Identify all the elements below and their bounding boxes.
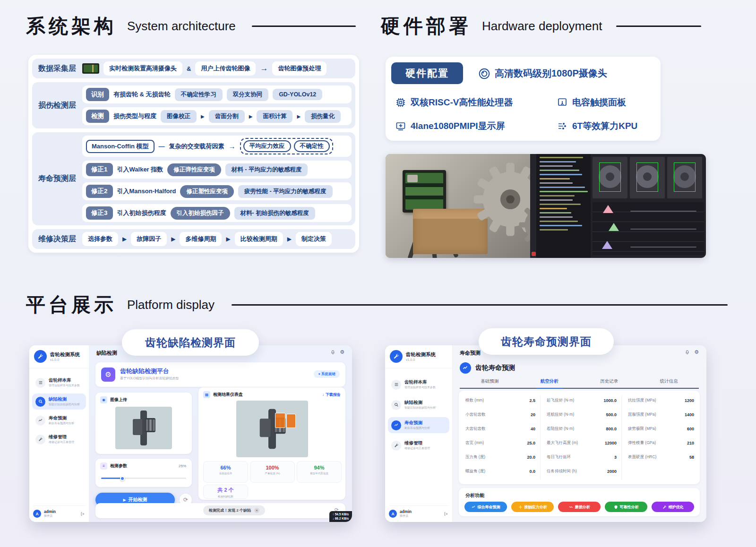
flow-chip: 双分支协同 xyxy=(227,88,269,101)
flow-chip: GD-YOLOv12 xyxy=(273,89,322,100)
flow-node: 实时检测装置高清摄像头 xyxy=(103,61,182,76)
dev-board xyxy=(403,170,446,213)
layer-label: 损伤检测层 xyxy=(32,101,82,111)
header-title: 齿轮寿命预测 xyxy=(475,364,515,372)
param-row: 模数 (mm)2.5 xyxy=(465,393,535,408)
section-header: 齿轮寿命预测 xyxy=(460,362,515,374)
defect-bbox xyxy=(275,413,285,428)
flow-chip: 材料- 初始损伤的敏感程度 xyxy=(234,207,315,220)
logout-icon[interactable] xyxy=(444,512,448,516)
hardware-section-header: 硬件部署 Hardware deployment xyxy=(381,13,701,39)
hw-item-label: 4lane1080PMIPI显示屏 xyxy=(411,120,505,132)
hw-item-label: 6T等效算力KPU xyxy=(572,120,637,132)
model-subrow: Manson-Coffin 模型 — 复杂的交变载荷因素 → 平均应力效应 不确… xyxy=(82,136,352,157)
maintenance-optimize-button[interactable]: 维护优化 xyxy=(652,502,694,512)
logout-icon[interactable] xyxy=(80,512,85,516)
step-arrow-icon: ▶ xyxy=(171,236,175,242)
param-row: 齿宽 (mm)25.0 xyxy=(465,436,535,450)
tab-aviation-analysis[interactable]: 航空分析 xyxy=(520,378,580,388)
bell-icon[interactable] xyxy=(685,350,690,355)
params-icon: ≡ xyxy=(100,462,107,470)
gear-detection-thumbnails xyxy=(593,157,702,198)
sidebar-item-maintenance[interactable]: 维修管理维修记录与工单管理 xyxy=(32,431,86,447)
analysis-functions-card: 分析功能 综合寿命预测 接触应力分析 磨损分析 可靠性分析 xyxy=(459,488,700,516)
defect-ui-callout: 齿轮缺陷检测界面 xyxy=(122,329,259,356)
architecture-panel: 数据采集层 实时检测装置高清摄像头 & 用户上传齿轮图像 → 齿轮图像预处理 损… xyxy=(28,55,359,253)
trend-icon xyxy=(391,420,401,430)
arrow-icon: → xyxy=(229,142,236,150)
brand-name: 齿轮检测系统 xyxy=(406,351,436,358)
flow-chip: 图像校正 xyxy=(161,110,197,123)
step-arrow-icon: ▶ xyxy=(249,114,253,119)
sidebar-item-life-prediction[interactable]: 寿命预测剩余寿命预测与分析 xyxy=(32,412,86,428)
poster-canvas: 系统架构 System architecture 硬件部署 Hardware d… xyxy=(0,0,756,547)
settings-gear-icon[interactable]: ⚙ xyxy=(694,349,699,355)
tab-basic-prediction[interactable]: 基础预测 xyxy=(460,378,520,388)
material-params-column: 抗拉强度 (MPa)1200 屈服强度 (MPa)1400 疲劳极限 (MPa)… xyxy=(628,393,694,464)
sidebar-item-sample-library[interactable]: 齿轮样本库管理齿轮样本与技术参数 xyxy=(32,375,86,391)
flow-pill: 引入初始损伤因子 xyxy=(171,207,230,220)
flow-chip: 面积计算 xyxy=(257,110,292,123)
download-report-link[interactable]: ↓ 下载报告 xyxy=(322,392,341,397)
close-icon[interactable]: × xyxy=(254,508,259,513)
fix2-subrow: 修正2 引入Manson-Halford 修正塑性应变项 疲劳性能 - 平均应力… xyxy=(82,182,352,200)
param-row: 任务持续时间 (h)2000 xyxy=(547,464,617,479)
sidebar-item-defect-detection[interactable]: 缺陷检测智能识别齿轮缺陷与分析 xyxy=(32,393,86,410)
hardware-config-button[interactable]: 硬件配置 xyxy=(391,62,463,84)
sidebar-item-life-prediction[interactable]: 寿命预测剩余寿命预测与分析 xyxy=(388,417,449,433)
step-arrow-icon: ▶ xyxy=(297,114,301,119)
trend-icon xyxy=(35,416,45,426)
sidebar-item-defect-detection[interactable]: 缺陷检测智能识别齿轮缺陷与分析 xyxy=(388,397,449,413)
sidebar-item-sample-library[interactable]: 齿轮样本库管理齿轮样本与技术参数 xyxy=(388,376,449,393)
dashed-group: 平均应力效应 不确定性 xyxy=(240,138,333,154)
bell-icon[interactable] xyxy=(330,350,335,355)
editor-icon-strip xyxy=(530,154,536,258)
ampersand: & xyxy=(187,65,191,72)
step-arrow-icon: ▶ xyxy=(201,114,205,119)
param-row: 每日飞行循环3 xyxy=(547,450,617,464)
detection-result-image xyxy=(236,401,308,457)
slider-knob[interactable] xyxy=(120,476,125,481)
layer-label: 维修决策层 xyxy=(32,234,82,244)
param-row: 小齿轮齿数20 xyxy=(465,408,535,422)
page-title: 缺陷检测 xyxy=(96,350,117,357)
purple-triangle-marker xyxy=(602,241,612,249)
photo-analysis-screen xyxy=(591,154,706,258)
banner-gear-icon: ⚙ xyxy=(101,368,115,382)
tab-statistics[interactable]: 统计信息 xyxy=(639,378,699,388)
defect-bbox xyxy=(286,414,296,428)
life-prediction-layer-row: 寿命预测层 Manson-Coffin 模型 — 复杂的交变载荷因素 → 平均应… xyxy=(32,132,355,225)
editor-close-icon xyxy=(532,252,536,256)
parameter-table-card: 模数 (mm)2.5 小齿轮齿数20 大齿轮齿数40 齿宽 (mm)25.0 压… xyxy=(459,391,700,484)
settings-gear-icon[interactable]: ⚙ xyxy=(340,349,344,355)
param-row: 巡航扭矩 (N·m)500.0 xyxy=(547,408,617,422)
confidence-slider[interactable] xyxy=(101,478,186,479)
wrench-icon xyxy=(391,441,401,451)
step-arrow-icon: ▶ xyxy=(226,236,230,242)
layer-label: 数据采集层 xyxy=(32,64,82,74)
app-logo: 齿轮检测系统 v1.0.0 xyxy=(390,350,436,363)
step-arrow-icon: ▶ xyxy=(122,236,127,242)
tab-history[interactable]: 历史记录 xyxy=(579,378,639,388)
stat-confidence: 94% 模型平均置信度 xyxy=(297,461,342,483)
hw-item-touch: 电容触摸面板 xyxy=(557,96,626,109)
logo-gear-icon xyxy=(390,350,403,363)
param-row: 屈服强度 (MPa)1400 xyxy=(628,408,694,422)
sidebar: 齿轮检测系统 v1.0.0 齿轮样本库管理齿轮样本与技术参数 缺陷检测智能识别齿… xyxy=(385,345,453,522)
defect-detection-app-window: 齿轮检测系统 v1.0.0 齿轮样本库管理齿轮样本与技术参数 缺陷检测智能识别齿… xyxy=(29,345,352,522)
uploaded-gear-image[interactable] xyxy=(115,407,172,449)
dashboard-icon: ▦ xyxy=(203,391,210,398)
detection-toast: 检测完成！发现 2 个缺陷 × xyxy=(203,505,265,515)
recognition-subrow: 识别 有损齿轮 & 无损齿轮 不确定性学习 双分支协同 GD-YOLOv12 xyxy=(82,85,352,103)
wear-analysis-button[interactable]: 磨损分析 xyxy=(558,502,601,512)
reliability-button[interactable]: 可靠性分析 xyxy=(605,502,647,512)
contact-stress-button[interactable]: 接触应力分析 xyxy=(511,502,554,512)
fix1-subrow: 修正1 引入Walker 指数 修正弹性应变项 材料 - 平均应力的敏感程度 xyxy=(82,161,352,179)
detection-tag: 检测 xyxy=(86,110,109,123)
sidebar-item-maintenance[interactable]: 维修管理维修记录与工单管理 xyxy=(388,437,449,453)
chip-icon xyxy=(395,97,406,108)
life-prediction-button[interactable]: 综合寿命预测 xyxy=(464,502,507,512)
search-icon xyxy=(35,397,45,407)
wrench-icon xyxy=(662,505,667,509)
flow-text: 复杂的交变载荷因素 xyxy=(169,142,224,151)
